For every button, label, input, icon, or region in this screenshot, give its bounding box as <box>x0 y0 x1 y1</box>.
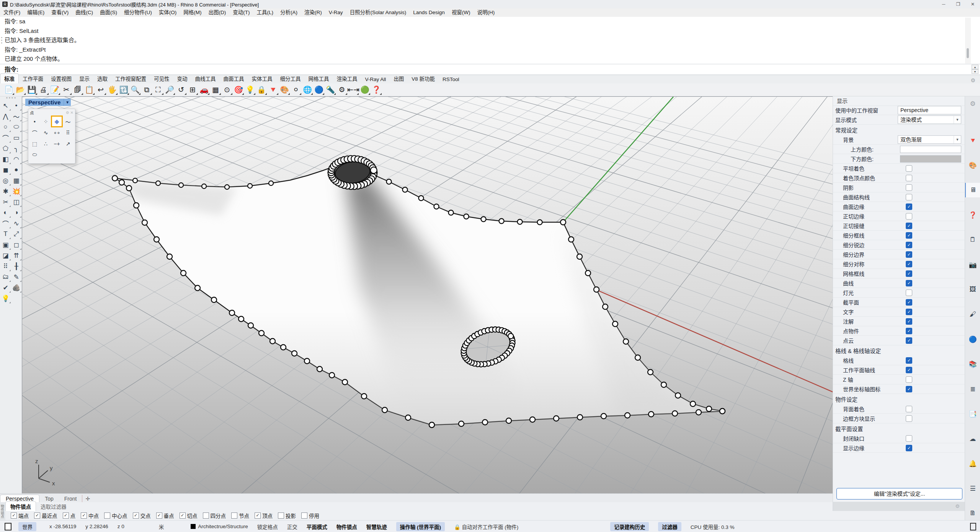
osnap-item[interactable]: 节点 <box>231 512 249 519</box>
osnap-item[interactable]: 中心点 <box>104 512 127 519</box>
add-viewport-tab[interactable]: ✛ <box>82 495 93 503</box>
status-toggle[interactable]: 操作轴 (世界平面) <box>396 522 445 531</box>
menu-item[interactable]: 工具(L) <box>253 8 277 17</box>
circle-center-icon[interactable]: ⊙ <box>221 85 233 95</box>
text-field[interactable]: Perspective <box>898 106 961 114</box>
clouds-icon[interactable]: ☁ <box>965 431 980 446</box>
print-icon[interactable]: 🖨 <box>38 85 49 95</box>
command-scroll-buttons[interactable]: ▲▼ <box>972 65 979 75</box>
curve-point-icon[interactable]: 〜 <box>62 116 74 127</box>
rectangle-icon[interactable]: ▭ <box>11 132 22 143</box>
toolbar-tab[interactable]: 变动 <box>173 74 191 83</box>
menu-item[interactable]: Lands Design <box>410 8 448 17</box>
zoom-icon[interactable]: 🔍 <box>129 85 141 95</box>
explode-icon[interactable]: ✱ <box>0 186 11 197</box>
menu-item[interactable]: 变动(T) <box>229 8 253 17</box>
checkbox[interactable]: ✓ <box>906 357 912 364</box>
checkbox[interactable]: ✓ <box>906 242 912 248</box>
mesh-surface-icon[interactable]: ▦ <box>11 175 22 186</box>
color-swatch[interactable] <box>900 146 961 153</box>
gear-icon[interactable]: ⚙ <box>336 85 348 95</box>
polyline-icon[interactable]: ⋀ <box>0 111 11 122</box>
osnap-item[interactable]: 投影 <box>278 512 296 519</box>
panel-row-control[interactable]: Perspective <box>898 106 961 114</box>
library-icon[interactable]: 📚 <box>965 357 980 371</box>
multiple-points-icon[interactable]: ⁘ <box>40 116 51 127</box>
checkbox[interactable]: ✓ <box>906 299 912 306</box>
layers-panel-icon[interactable]: ≣ <box>965 382 980 396</box>
osnap-checkbox[interactable] <box>301 512 307 519</box>
extract-points-icon[interactable]: ◆ <box>51 116 62 127</box>
paste-icon[interactable]: 📋 <box>83 85 95 95</box>
menu-item[interactable]: 编辑(E) <box>24 8 48 17</box>
checkbox[interactable] <box>906 213 912 220</box>
shaded-sphere-icon[interactable]: ⚪ <box>290 85 302 95</box>
checkbox[interactable]: ✓ <box>906 232 912 239</box>
menu-item[interactable]: 出图(D) <box>205 8 230 17</box>
car-icon[interactable]: 🚗 <box>198 85 210 95</box>
toolbar-tab[interactable]: 网格工具 <box>305 74 333 83</box>
checkbox[interactable]: ✓ <box>906 270 912 277</box>
notifications-bell-icon[interactable]: 🔔 <box>965 456 980 471</box>
split-icon[interactable]: ◫ <box>11 197 22 207</box>
dropdown-select[interactable]: 渲染模式▼ <box>898 116 961 124</box>
divide-curve-icon[interactable]: ⌒ <box>29 127 40 138</box>
export-icon[interactable]: 📝 <box>49 85 60 95</box>
toolbar-tab[interactable]: 可见性 <box>150 74 173 83</box>
panel-row-control[interactable]: 渲染模式▼ <box>898 116 961 124</box>
status-toggle[interactable]: 正交 <box>287 523 297 530</box>
block-icon[interactable]: ▣ <box>0 239 11 250</box>
gumball-icon[interactable]: 🎯 <box>233 85 244 95</box>
menu-item[interactable]: V-Ray <box>325 8 346 17</box>
osnap-checkbox[interactable]: ✓ <box>180 512 186 519</box>
dimension-icon[interactable]: ⇤⇥ <box>348 85 359 95</box>
dock-tab[interactable]: 选取过滤器 <box>36 502 71 511</box>
viewport-perspective[interactable]: z y x Perspective ▼ 点 ⚙ ✕ •⁘◆〜⌒∿∘∘⠿⬚∴−+↗… <box>22 96 833 493</box>
osnap-checkbox[interactable] <box>104 512 110 519</box>
command-list-icon[interactable]: ☰ <box>965 481 980 496</box>
toolbar-tab[interactable]: 曲线工具 <box>191 74 220 83</box>
text-icon[interactable]: T <box>0 229 11 239</box>
osnap-item[interactable]: 停用 <box>301 512 319 519</box>
notes-icon[interactable]: 🗒 <box>965 233 980 247</box>
status-toggle[interactable]: 智慧轨迹 <box>366 523 387 530</box>
layer-panel-icon[interactable] <box>5 523 11 530</box>
curve2-icon[interactable]: ∿ <box>40 127 51 138</box>
spotlight-icon[interactable]: 🔦 <box>325 85 336 95</box>
scatter-icon[interactable]: ∴ <box>40 138 51 149</box>
trim-icon[interactable]: ✂ <box>0 197 11 207</box>
toolbar-gear-icon[interactable]: ⚙ <box>970 77 975 83</box>
checkbox[interactable] <box>906 175 912 181</box>
checkbox[interactable] <box>906 184 912 191</box>
checkbox[interactable]: ✓ <box>906 203 912 210</box>
array-icon[interactable]: ⠿ <box>0 261 11 272</box>
osnap-checkbox[interactable] <box>278 512 284 519</box>
checkbox[interactable] <box>906 435 912 442</box>
dock-grip[interactable]: ●●● <box>1 36 2 44</box>
checkbox[interactable]: ✓ <box>906 318 912 325</box>
blue-sphere-icon[interactable]: 🔵 <box>313 85 325 95</box>
polygon-icon[interactable]: ⬠ <box>0 143 11 154</box>
command-prompt[interactable]: 指令: <box>0 64 980 75</box>
save-icon[interactable]: 💾 <box>26 85 38 95</box>
check-icon[interactable]: ✔ <box>0 282 11 293</box>
toolbar-tab[interactable]: RSTool <box>439 76 463 83</box>
palette-close-icon[interactable]: ⚙ ✕ <box>66 111 74 115</box>
point-cloud-icon[interactable]: ⬚ <box>29 138 40 149</box>
checkbox[interactable]: ✓ <box>906 367 912 373</box>
array-linear-icon[interactable]: ╂ <box>11 261 22 272</box>
fillet-corner-icon[interactable]: ╮ <box>11 143 22 154</box>
display-panel-icon[interactable]: 🖥 <box>965 183 980 197</box>
point-chain-icon[interactable]: ∘∘ <box>51 127 62 138</box>
toolbar-tab[interactable]: V-Ray All <box>361 76 390 83</box>
viewport-canvas[interactable]: z y x <box>22 97 833 494</box>
bulb-icon[interactable]: 💡 <box>244 85 256 95</box>
toolbar-tab[interactable]: 渲染工具 <box>333 74 361 83</box>
toolbar-tab[interactable]: 标准 <box>0 73 19 83</box>
dock-tab[interactable]: 物件锁点 <box>5 501 36 511</box>
osnap-item[interactable]: ✓中点 <box>81 512 99 519</box>
checkbox[interactable] <box>906 415 912 422</box>
menu-item[interactable]: 日照分析(Solar Analysis) <box>346 8 410 17</box>
curve-icon[interactable]: 〜 <box>11 111 22 122</box>
viewport-layout-icon[interactable]: ⊞ <box>187 85 198 95</box>
